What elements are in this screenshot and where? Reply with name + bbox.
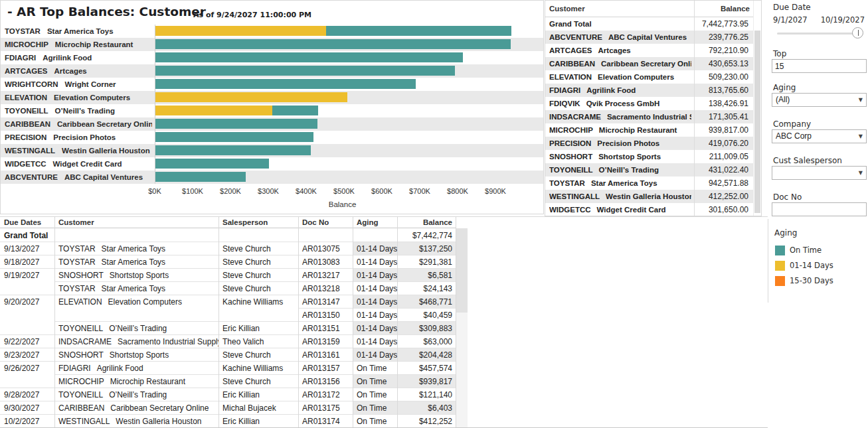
customer-label[interactable]: ARTCAGESArtcages	[5, 64, 152, 78]
customer-label[interactable]: FDIAGRIAgrilink Food	[5, 51, 152, 64]
salesperson-cell: Theo Valich	[218, 334, 298, 348]
customer-table-row[interactable]: WIDGETCCWidget Credit Card301,650.00	[545, 203, 761, 216]
column-divider	[694, 1, 695, 216]
balance-cell: 7,442,773.95	[694, 17, 748, 31]
due-date-slider-handle[interactable]	[852, 27, 863, 38]
x-axis-tick: $900K	[485, 187, 506, 195]
detail-header-cell[interactable]: Balance	[397, 217, 456, 228]
customer-table-row[interactable]: PRECISIONPrecision Photos419,076.20	[545, 137, 761, 150]
detail-header-cell[interactable]: Aging	[353, 217, 397, 228]
customer-table-row[interactable]: FDIQVIKQvik Process GmbH138,426.91	[545, 97, 761, 110]
bar-segment[interactable]	[272, 106, 318, 115]
chevron-down-icon: ▼	[859, 134, 863, 139]
detail-table-row[interactable]: AR01315001-14 Days$40,459	[0, 308, 456, 321]
customer-table-row[interactable]: TOYSTARStar America Toys942,571.88	[545, 177, 761, 190]
bar-segment[interactable]	[155, 92, 347, 102]
customer-label[interactable]: TOYSTARStar America Toys	[5, 25, 152, 38]
detail-table-row[interactable]: TOYSTARStar America ToysSteve ChurchAR01…	[0, 281, 456, 295]
customer-table-row[interactable]: Grand Total7,442,773.95	[545, 17, 761, 31]
bar-segment[interactable]	[155, 106, 272, 115]
detail-table-row[interactable]: Grand Total$7,442,774	[0, 228, 456, 242]
doc-no-cell: AR013174	[298, 414, 353, 427]
balance-cell: $7,442,774	[397, 228, 456, 242]
customer-name: O’Neill’s Trading	[109, 390, 167, 399]
customer-label[interactable]: WIDGETCCWidget Credit Card	[5, 157, 152, 171]
customer-table-row[interactable]: TOYONEILLO’Neill’s Trading431,022.40	[545, 163, 761, 177]
bar-segment[interactable]	[155, 159, 269, 169]
detail-table-row[interactable]: 9/26/2027FDIAGRIAgrilink FoodKachine Wil…	[0, 361, 456, 374]
customer-table-row[interactable]: FDIAGRIAgrilink Food813,765.60	[545, 84, 761, 97]
bar-segment[interactable]	[155, 66, 455, 76]
bar-segment[interactable]	[155, 119, 317, 129]
detail-table-row[interactable]: 9/13/2027TOYSTARStar America ToysSteve C…	[0, 242, 456, 255]
detail-table-row[interactable]: 9/18/2027TOYSTARStar America ToysSteve C…	[0, 255, 456, 268]
company-filter-dropdown[interactable]: ABC Corp ▼	[772, 129, 867, 143]
detail-header-cell[interactable]: Doc No	[298, 217, 353, 228]
customer-table-row[interactable]: SNOSHORTShortstop Sports211,009.05	[545, 150, 761, 163]
customer-label[interactable]: ELEVATIONElevation Computers	[5, 91, 152, 104]
detail-table-row[interactable]: 9/23/2027SNOSHORTShortstop SportsSteve C…	[0, 348, 456, 361]
detail-table-row[interactable]: 9/28/2027TOYONEILLO’Neill’s TradingEric …	[0, 388, 456, 401]
doc-no-cell: AR013217	[298, 268, 353, 281]
detail-table-row[interactable]: 10/2/2027WESTINGALLWestin Galleria Houst…	[0, 414, 456, 427]
balance-cell: $457,574	[397, 361, 456, 374]
top-filter-input[interactable]	[772, 59, 867, 73]
cust-salesperson-filter-dropdown[interactable]: ▼	[772, 166, 867, 180]
detail-table-scrollbar[interactable]	[456, 228, 468, 427]
due-date-slider-track[interactable]	[777, 33, 861, 35]
detail-header-cell[interactable]: Due Dates	[0, 217, 54, 228]
customer-name: Elevation Computers	[598, 73, 674, 81]
customer-table-scrollbar[interactable]	[753, 1, 762, 216]
customer-table-row[interactable]: INDSACRAMESacramento Industrial Su..171,…	[545, 110, 761, 123]
bar-segment[interactable]	[155, 26, 326, 36]
detail-table-row[interactable]: 9/20/2027ELEVATIONElevation ComputersKac…	[0, 295, 456, 308]
company-filter-value: ABC Corp	[776, 130, 812, 143]
detail-header-cell[interactable]: Salesperson	[218, 217, 298, 228]
customer-label[interactable]: ABCVENTUREABC Capital Ventures	[5, 171, 152, 184]
customer-header-cell[interactable]: Customer	[549, 1, 585, 17]
customer-name: Precision Photos	[53, 133, 116, 141]
aging-filter-dropdown[interactable]: (All) ▼	[772, 93, 867, 107]
detail-table-row[interactable]: TOYONEILLO’Neill’s TradingEric KillianAR…	[0, 321, 456, 334]
customer-table-row[interactable]: WESTINGALLWestin Galleria Houston412,252…	[545, 190, 761, 203]
customer-name: Microchip Restaurant	[599, 126, 677, 134]
customer-name: Shortstop Sports	[598, 153, 661, 161]
doc-no-filter-input[interactable]	[772, 202, 867, 216]
detail-table-row[interactable]: MICROCHIPMicrochip RestaurantSteve Churc…	[0, 374, 456, 388]
customer-label[interactable]: TOYONEILLO’Neill’s Trading	[5, 104, 152, 117]
customer-label[interactable]: MICROCHIPMicrochip Restaurant	[5, 38, 152, 51]
detail-header-cell[interactable]: Customer	[54, 217, 218, 228]
customer-table-row[interactable]: CARIBBEANCaribbean Secretary Online430,6…	[545, 57, 761, 70]
customer-cell: CARIBBEANCaribbean Secretary Online	[54, 401, 218, 414]
customer-label[interactable]: WRIGHTCORNWright Corner	[5, 78, 152, 91]
detail-table-row[interactable]: 9/22/2027INDSACRAMESacramento Industrial…	[0, 334, 456, 348]
bar-segment[interactable]	[155, 79, 416, 89]
detail-table-row[interactable]: 9/19/2027SNOSHORTShortstop SportsSteve C…	[0, 268, 456, 281]
salesperson-cell	[218, 308, 298, 321]
customer-table-row[interactable]: ABCVENTUREABC Capital Ventures239,776.25	[545, 31, 761, 44]
customer-code: WESTINGALL	[5, 147, 55, 155]
bar-segment[interactable]	[155, 132, 313, 142]
bar-segment[interactable]	[155, 52, 463, 62]
customer-code: INDSACRAME	[549, 113, 601, 121]
customer-cell: ABCVENTUREABC Capital Ventures	[549, 31, 691, 44]
bar-segment[interactable]	[155, 145, 311, 155]
customer-name: Westin Galleria Houston	[116, 417, 201, 426]
due-date-range-end: 10/19/2027	[821, 15, 865, 25]
detail-table-row[interactable]: 9/30/2027CARIBBEANCaribbean Secretary On…	[0, 401, 456, 414]
bar-segment[interactable]	[155, 172, 246, 182]
x-axis-tick: $100K	[182, 187, 203, 195]
customer-table-row[interactable]: MICROCHIPMicrochip Restaurant939,817.00	[545, 123, 761, 137]
customer-label[interactable]: PRECISIONPrecision Photos	[5, 131, 152, 144]
customer-label[interactable]: CARIBBEANCaribbean Secretary Online	[5, 117, 152, 131]
customer-name: Caribbean Secretary Online	[110, 403, 209, 413]
balance-cell: 431,022.40	[694, 163, 748, 177]
scrollbar-thumb[interactable]	[456, 228, 468, 313]
customer-table-row[interactable]: ARTCAGESArtcages792,210.90	[545, 44, 761, 57]
customer-table-row[interactable]: ELEVATIONElevation Computers509,230.00	[545, 70, 761, 84]
bar-segment[interactable]	[326, 26, 511, 36]
balance-header-cell[interactable]: Balance	[694, 1, 750, 17]
bar-segment[interactable]	[155, 39, 511, 49]
customer-label[interactable]: WESTINGALLWestin Galleria Houston	[5, 144, 152, 157]
scrollbar-thumb[interactable]	[754, 31, 760, 213]
